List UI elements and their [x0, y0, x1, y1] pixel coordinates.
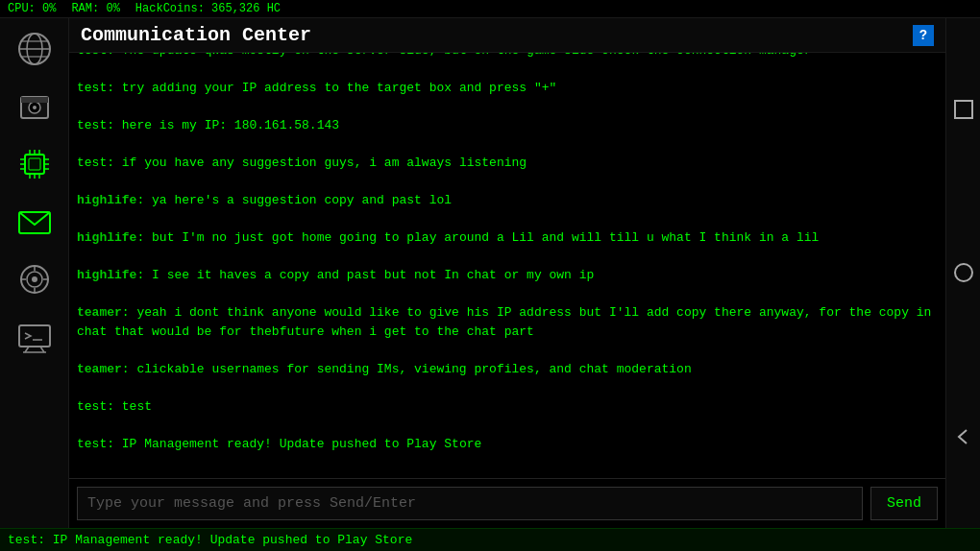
chat-username[interactable]: teamer [77, 362, 122, 376]
chat-text: : if you have any suggestion guys, i am … [107, 156, 527, 170]
back-icon[interactable] [950, 423, 977, 450]
target-icon[interactable] [8, 252, 61, 306]
chat-message: highlife: but I'm no just got home going… [77, 228, 938, 248]
chat-username[interactable]: test [77, 399, 107, 414]
send-button[interactable]: Send [870, 487, 938, 520]
svg-point-7 [33, 106, 37, 109]
email-icon[interactable] [8, 195, 61, 249]
chat-username[interactable]: test [77, 437, 107, 451]
chip-icon[interactable] [8, 137, 61, 191]
chat-message: test: if you have any suggestion guys, i… [77, 154, 938, 173]
chat-username[interactable]: highlife [77, 268, 136, 282]
svg-rect-36 [955, 101, 972, 118]
right-sidebar [945, 18, 980, 528]
svg-point-26 [32, 276, 37, 282]
input-area: Send [69, 478, 945, 528]
center-area: Communication Center ? test: New update … [69, 18, 945, 528]
chat-message: test: here is my IP: 180.161.58.143 [77, 116, 938, 135]
chat-username[interactable]: test [77, 118, 107, 132]
chat-message: test: The update qwas mostly on the serv… [77, 53, 938, 60]
chat-text: : The update qwas mostly on the server s… [107, 53, 811, 58]
chat-message: teamer: clickable usernames for sending … [77, 360, 938, 379]
comm-header: Communication Center ? [69, 18, 945, 53]
chat-text: : IP Management ready! Update pushed to … [107, 437, 481, 451]
circle-icon[interactable] [950, 259, 977, 286]
chat-message: highlife: ya here's a suggestion copy an… [77, 191, 938, 210]
svg-point-37 [955, 264, 972, 281]
bottom-status-text: test: IP Management ready! Update pushed… [8, 533, 412, 547]
help-button[interactable]: ? [913, 25, 934, 46]
chat-username[interactable]: test [77, 53, 107, 58]
chat-message: teamer: yeah i dont think anyone would l… [77, 303, 938, 341]
hackcoins-stat: HackCoins: 365,326 HC [135, 2, 281, 15]
chat-message: highlife: I see it haves a copy and past… [77, 266, 938, 285]
comm-center-title: Communication Center [81, 24, 311, 46]
bottom-status-bar: test: IP Management ready! Update pushed… [0, 528, 980, 551]
chat-text: : yeah i dont think anyone would like to… [77, 305, 931, 339]
chat-username[interactable]: test [77, 156, 107, 170]
svg-rect-31 [19, 325, 50, 347]
cpu-stat: CPU: 0% [8, 2, 56, 15]
chat-username[interactable]: highlife [77, 230, 136, 245]
message-input[interactable] [77, 487, 863, 520]
left-sidebar [0, 18, 69, 528]
chat-area[interactable]: test: New update uploaded to play store.… [69, 53, 945, 478]
svg-rect-9 [25, 155, 44, 174]
chat-text: : try adding your IP address to the targ… [107, 81, 556, 95]
svg-rect-8 [21, 97, 48, 103]
chat-text: : clickable usernames for sending IMs, v… [122, 362, 692, 376]
chat-username[interactable]: test [77, 81, 107, 95]
chat-text: : but I'm no just got home going to play… [136, 230, 819, 245]
disk-icon[interactable] [8, 80, 61, 133]
terminal-icon[interactable] [8, 310, 61, 364]
chat-text: : ya here's a suggestion copy and past l… [136, 193, 452, 207]
chat-text: : test [107, 399, 152, 414]
status-bar: CPU: 0% RAM: 0% HackCoins: 365,326 HC [0, 0, 980, 18]
chat-message: test: test [77, 397, 938, 417]
square-icon[interactable] [950, 96, 977, 123]
ram-stat: RAM: 0% [71, 2, 119, 15]
chat-message: test: IP Management ready! Update pushed… [77, 435, 938, 454]
main-layout: Communication Center ? test: New update … [0, 18, 980, 528]
globe-icon[interactable] [8, 22, 61, 76]
chat-username[interactable]: teamer [77, 305, 122, 320]
chat-text: : here is my IP: 180.161.58.143 [107, 118, 339, 132]
chat-username[interactable]: highlife [77, 193, 136, 207]
chat-text: : I see it haves a copy and past but not… [136, 268, 594, 282]
chat-message: test: try adding your IP address to the … [77, 79, 938, 98]
